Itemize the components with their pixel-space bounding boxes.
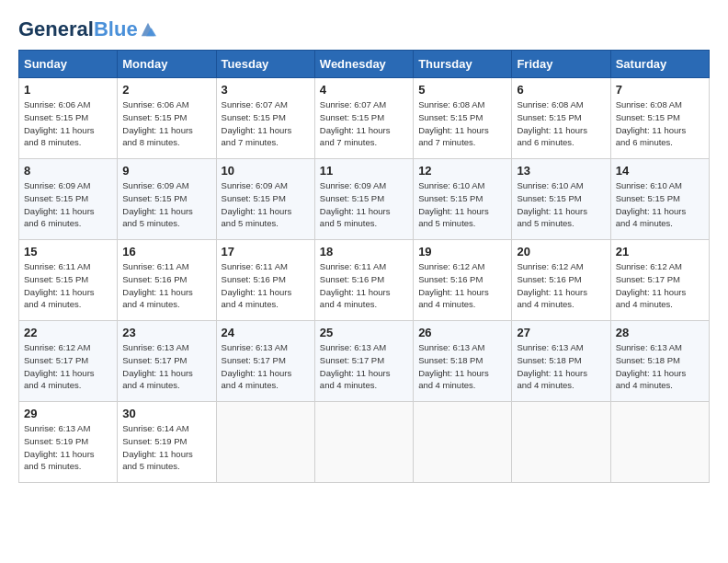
calendar-cell: 20Sunrise: 6:12 AMSunset: 5:16 PMDayligh… xyxy=(512,240,610,321)
day-number: 6 xyxy=(517,83,605,97)
logo-text: GeneralBlue xyxy=(18,18,138,40)
weekday-header-cell: Sunday xyxy=(19,51,118,78)
day-number: 23 xyxy=(122,326,210,339)
calendar-cell: 29Sunrise: 6:13 AMSunset: 5:19 PMDayligh… xyxy=(19,402,118,483)
day-number: 19 xyxy=(418,245,506,259)
calendar-week-row: 22Sunrise: 6:12 AMSunset: 5:17 PMDayligh… xyxy=(19,321,710,402)
calendar-body: 1Sunrise: 6:06 AMSunset: 5:15 PMDaylight… xyxy=(19,78,710,483)
day-number: 22 xyxy=(24,326,112,339)
calendar-week-row: 8Sunrise: 6:09 AMSunset: 5:15 PMDaylight… xyxy=(19,159,710,240)
day-number: 1 xyxy=(24,83,112,97)
day-number: 17 xyxy=(222,245,310,259)
calendar-cell: 25Sunrise: 6:13 AMSunset: 5:17 PMDayligh… xyxy=(314,321,413,402)
calendar-cell: 19Sunrise: 6:12 AMSunset: 5:16 PMDayligh… xyxy=(414,240,512,321)
logo: GeneralBlue xyxy=(18,18,156,40)
day-number: 13 xyxy=(517,164,605,178)
day-detail: Sunrise: 6:13 AMSunset: 5:18 PMDaylight:… xyxy=(517,341,605,392)
day-number: 25 xyxy=(320,326,408,339)
day-detail: Sunrise: 6:09 AMSunset: 5:15 PMDaylight:… xyxy=(222,179,310,230)
calendar-cell: 17Sunrise: 6:11 AMSunset: 5:16 PMDayligh… xyxy=(216,240,314,321)
weekday-header-cell: Thursday xyxy=(414,51,512,78)
day-number: 16 xyxy=(122,245,210,259)
day-number: 18 xyxy=(320,245,408,259)
day-detail: Sunrise: 6:10 AMSunset: 5:15 PMDaylight:… xyxy=(517,179,605,230)
logo-icon xyxy=(140,21,156,38)
calendar-cell: 13Sunrise: 6:10 AMSunset: 5:15 PMDayligh… xyxy=(512,159,610,240)
day-detail: Sunrise: 6:13 AMSunset: 5:17 PMDaylight:… xyxy=(122,341,210,392)
day-number: 28 xyxy=(616,326,704,339)
calendar-cell xyxy=(414,402,512,483)
day-detail: Sunrise: 6:14 AMSunset: 5:19 PMDaylight:… xyxy=(122,422,210,473)
calendar-cell: 24Sunrise: 6:13 AMSunset: 5:17 PMDayligh… xyxy=(216,321,314,402)
calendar-cell xyxy=(610,402,709,483)
day-detail: Sunrise: 6:07 AMSunset: 5:15 PMDaylight:… xyxy=(320,98,408,149)
calendar-cell: 2Sunrise: 6:06 AMSunset: 5:15 PMDaylight… xyxy=(118,78,216,159)
day-number: 21 xyxy=(616,245,704,259)
day-detail: Sunrise: 6:10 AMSunset: 5:15 PMDaylight:… xyxy=(616,179,704,230)
calendar-cell xyxy=(216,402,314,483)
day-number: 7 xyxy=(616,83,704,97)
weekday-header-cell: Friday xyxy=(512,51,610,78)
weekday-header-cell: Saturday xyxy=(610,51,709,78)
day-detail: Sunrise: 6:11 AMSunset: 5:15 PMDaylight:… xyxy=(24,260,112,311)
header: GeneralBlue xyxy=(18,18,710,40)
calendar-week-row: 1Sunrise: 6:06 AMSunset: 5:15 PMDaylight… xyxy=(19,78,710,159)
day-detail: Sunrise: 6:11 AMSunset: 5:16 PMDaylight:… xyxy=(320,260,408,311)
day-detail: Sunrise: 6:10 AMSunset: 5:15 PMDaylight:… xyxy=(418,179,506,230)
day-detail: Sunrise: 6:09 AMSunset: 5:15 PMDaylight:… xyxy=(320,179,408,230)
calendar-cell: 9Sunrise: 6:09 AMSunset: 5:15 PMDaylight… xyxy=(118,159,216,240)
day-detail: Sunrise: 6:13 AMSunset: 5:19 PMDaylight:… xyxy=(24,422,112,473)
calendar-cell: 22Sunrise: 6:12 AMSunset: 5:17 PMDayligh… xyxy=(19,321,118,402)
day-detail: Sunrise: 6:13 AMSunset: 5:18 PMDaylight:… xyxy=(616,341,704,392)
calendar-cell: 12Sunrise: 6:10 AMSunset: 5:15 PMDayligh… xyxy=(414,159,512,240)
day-detail: Sunrise: 6:08 AMSunset: 5:15 PMDaylight:… xyxy=(616,98,704,149)
weekday-header-row: SundayMondayTuesdayWednesdayThursdayFrid… xyxy=(19,51,710,78)
calendar-cell: 27Sunrise: 6:13 AMSunset: 5:18 PMDayligh… xyxy=(512,321,610,402)
day-detail: Sunrise: 6:13 AMSunset: 5:17 PMDaylight:… xyxy=(222,341,310,392)
calendar-cell: 28Sunrise: 6:13 AMSunset: 5:18 PMDayligh… xyxy=(610,321,709,402)
calendar-week-row: 29Sunrise: 6:13 AMSunset: 5:19 PMDayligh… xyxy=(19,402,710,483)
day-number: 24 xyxy=(222,326,310,339)
calendar-cell: 15Sunrise: 6:11 AMSunset: 5:15 PMDayligh… xyxy=(19,240,118,321)
day-detail: Sunrise: 6:11 AMSunset: 5:16 PMDaylight:… xyxy=(122,260,210,311)
day-detail: Sunrise: 6:06 AMSunset: 5:15 PMDaylight:… xyxy=(24,98,112,149)
day-number: 10 xyxy=(222,164,310,178)
day-number: 12 xyxy=(418,164,506,178)
calendar-cell: 21Sunrise: 6:12 AMSunset: 5:17 PMDayligh… xyxy=(610,240,709,321)
day-detail: Sunrise: 6:06 AMSunset: 5:15 PMDaylight:… xyxy=(122,98,210,149)
day-detail: Sunrise: 6:09 AMSunset: 5:15 PMDaylight:… xyxy=(24,179,112,230)
day-detail: Sunrise: 6:09 AMSunset: 5:15 PMDaylight:… xyxy=(122,179,210,230)
calendar-cell xyxy=(512,402,610,483)
calendar-cell: 6Sunrise: 6:08 AMSunset: 5:15 PMDaylight… xyxy=(512,78,610,159)
calendar-cell: 14Sunrise: 6:10 AMSunset: 5:15 PMDayligh… xyxy=(610,159,709,240)
calendar-week-row: 15Sunrise: 6:11 AMSunset: 5:15 PMDayligh… xyxy=(19,240,710,321)
calendar-cell: 18Sunrise: 6:11 AMSunset: 5:16 PMDayligh… xyxy=(314,240,413,321)
calendar-table: SundayMondayTuesdayWednesdayThursdayFrid… xyxy=(18,50,710,483)
day-detail: Sunrise: 6:08 AMSunset: 5:15 PMDaylight:… xyxy=(418,98,506,149)
day-number: 4 xyxy=(320,83,408,97)
day-number: 26 xyxy=(418,326,506,339)
weekday-header-cell: Wednesday xyxy=(314,51,413,78)
day-number: 5 xyxy=(418,83,506,97)
calendar-cell: 5Sunrise: 6:08 AMSunset: 5:15 PMDaylight… xyxy=(414,78,512,159)
day-number: 2 xyxy=(122,83,210,97)
calendar-cell: 30Sunrise: 6:14 AMSunset: 5:19 PMDayligh… xyxy=(118,402,216,483)
day-detail: Sunrise: 6:11 AMSunset: 5:16 PMDaylight:… xyxy=(222,260,310,311)
calendar-cell: 10Sunrise: 6:09 AMSunset: 5:15 PMDayligh… xyxy=(216,159,314,240)
day-detail: Sunrise: 6:13 AMSunset: 5:18 PMDaylight:… xyxy=(418,341,506,392)
day-number: 27 xyxy=(517,326,605,339)
day-number: 20 xyxy=(517,245,605,259)
day-number: 11 xyxy=(320,164,408,178)
day-number: 15 xyxy=(24,245,112,259)
day-number: 9 xyxy=(122,164,210,178)
day-detail: Sunrise: 6:07 AMSunset: 5:15 PMDaylight:… xyxy=(222,98,310,149)
day-detail: Sunrise: 6:12 AMSunset: 5:17 PMDaylight:… xyxy=(616,260,704,311)
day-detail: Sunrise: 6:12 AMSunset: 5:16 PMDaylight:… xyxy=(517,260,605,311)
calendar-cell: 23Sunrise: 6:13 AMSunset: 5:17 PMDayligh… xyxy=(118,321,216,402)
day-number: 3 xyxy=(222,83,310,97)
day-number: 8 xyxy=(24,164,112,178)
calendar-cell: 11Sunrise: 6:09 AMSunset: 5:15 PMDayligh… xyxy=(314,159,413,240)
calendar-cell: 4Sunrise: 6:07 AMSunset: 5:15 PMDaylight… xyxy=(314,78,413,159)
calendar-cell: 3Sunrise: 6:07 AMSunset: 5:15 PMDaylight… xyxy=(216,78,314,159)
day-detail: Sunrise: 6:08 AMSunset: 5:15 PMDaylight:… xyxy=(517,98,605,149)
